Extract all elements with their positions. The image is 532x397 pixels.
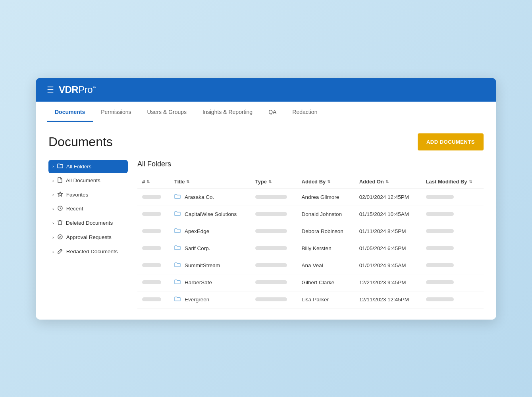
folder-icon <box>174 279 181 286</box>
sidebar-item-approval-label: Approval Requests <box>66 234 112 240</box>
cell-type <box>251 223 297 240</box>
tab-insights-reporting[interactable]: Insights & Reporting <box>195 102 260 122</box>
col-added-on[interactable]: Added On ⇅ <box>355 175 421 189</box>
nav-tabs: Documents Permissions Users & Groups Ins… <box>36 102 496 122</box>
col-type[interactable]: Type ⇅ <box>251 175 297 189</box>
col-num[interactable]: # ⇅ <box>137 175 170 189</box>
cell-added-on: 02/01/2024 12:45PM <box>355 189 421 206</box>
sidebar-item-recent-label: Recent <box>66 206 83 212</box>
tab-redaction[interactable]: Redaction <box>284 102 325 122</box>
sidebar: › All Folders › <box>48 160 128 308</box>
sidebar-item-all-documents[interactable]: › All Documents <box>48 174 128 187</box>
cell-added-by: Gilbert Clarke <box>297 274 355 291</box>
sidebar-item-all-folders[interactable]: › All Folders <box>48 160 128 173</box>
cell-added-on: 01/15/2024 10:45AM <box>355 206 421 223</box>
cell-added-by: Lisa Parker <box>297 291 355 308</box>
sort-icon: ⇅ <box>186 179 189 184</box>
table-row[interactable]: Evergreen Lisa Parker12/11/2023 12:45PM <box>137 291 484 308</box>
folder-name: ApexEdge <box>185 228 209 234</box>
edit-icon <box>57 248 63 255</box>
chevron-icon: › <box>52 221 54 225</box>
table-row[interactable]: SummitStream Ana Veal01/01/2024 9:45AM <box>137 257 484 274</box>
clock-icon <box>57 205 63 212</box>
cell-last-modified-by <box>421 291 484 308</box>
table-area: All Folders # ⇅ T <box>137 160 484 308</box>
tab-documents[interactable]: Documents <box>47 102 93 122</box>
tab-permissions[interactable]: Permissions <box>93 102 139 122</box>
col-last-modified-by[interactable]: Last Modified By ⇅ <box>421 175 484 189</box>
sidebar-item-approval[interactable]: › Approval Requests <box>48 231 128 244</box>
check-circle-icon <box>57 234 63 241</box>
cell-last-modified-by <box>421 257 484 274</box>
cell-last-modified-by <box>421 274 484 291</box>
main-content: Documents ADD DOCUMENTS › All Folders <box>36 122 496 320</box>
folder-name: Evergreen <box>185 297 209 303</box>
cell-added-on: 01/05/2024 6:45PM <box>355 240 421 257</box>
sidebar-item-redacted[interactable]: › Redacted Documents <box>48 245 128 258</box>
star-icon <box>57 191 63 198</box>
table-row[interactable]: Arasaka Co. Andrea Gilmore02/01/2024 12:… <box>137 189 484 206</box>
cell-title[interactable]: HarberSafe <box>170 274 251 291</box>
logo-light: Pro <box>78 84 93 95</box>
cell-title[interactable]: ApexEdge <box>170 223 251 240</box>
cell-title[interactable]: SummitStream <box>170 257 251 274</box>
table-row[interactable]: ApexEdge Debora Robinson01/11/2024 8:45P… <box>137 223 484 240</box>
tab-users-groups[interactable]: Users & Groups <box>139 102 195 122</box>
chevron-icon: › <box>52 206 54 211</box>
cell-num <box>137 189 170 206</box>
sort-icon: ⇅ <box>469 179 472 184</box>
table-row[interactable]: CapitalWise Solutions Donald Johnston01/… <box>137 206 484 223</box>
chevron-icon: › <box>52 178 54 183</box>
cell-title[interactable]: Sarif Corp. <box>170 240 251 257</box>
cell-type <box>251 274 297 291</box>
cell-title[interactable]: Evergreen <box>170 291 251 308</box>
app-container: ☰ VDRPro™ Documents Permissions Users & … <box>36 78 496 320</box>
sort-icon: ⇅ <box>268 179 272 184</box>
folder-name: HarberSafe <box>185 279 212 285</box>
cell-added-on: 01/11/2024 8:45PM <box>355 223 421 240</box>
cell-num <box>137 257 170 274</box>
chevron-icon: › <box>52 235 54 240</box>
cell-added-by: Andrea Gilmore <box>297 189 355 206</box>
cell-type <box>251 257 297 274</box>
table-row[interactable]: HarberSafe Gilbert Clarke12/21/2023 9:45… <box>137 274 484 291</box>
folder-icon <box>174 262 181 269</box>
cell-title[interactable]: Arasaka Co. <box>170 189 251 206</box>
cell-title[interactable]: CapitalWise Solutions <box>170 206 251 223</box>
chevron-icon: › <box>52 249 54 254</box>
logo-tm: ™ <box>93 86 96 90</box>
page-header: Documents ADD DOCUMENTS <box>48 133 484 150</box>
content-area: › All Folders › <box>48 160 484 308</box>
col-title[interactable]: Title ⇅ <box>170 175 251 189</box>
cell-num <box>137 223 170 240</box>
cell-num <box>137 291 170 308</box>
sidebar-item-all-folders-label: All Folders <box>66 164 92 170</box>
table-row[interactable]: Sarif Corp. Billy Kersten01/05/2024 6:45… <box>137 240 484 257</box>
col-added-by[interactable]: Added By ⇅ <box>297 175 355 189</box>
cell-last-modified-by <box>421 206 484 223</box>
folder-header: All Folders <box>137 160 484 168</box>
menu-icon[interactable]: ☰ <box>47 85 54 94</box>
sidebar-item-recent[interactable]: › Recent <box>48 202 128 216</box>
file-icon <box>57 177 63 184</box>
add-documents-button[interactable]: ADD DOCUMENTS <box>418 133 484 150</box>
folder-icon <box>174 194 181 201</box>
cell-added-by: Debora Robinson <box>297 223 355 240</box>
sidebar-item-deleted[interactable]: › Deleted Documents <box>48 216 128 230</box>
sidebar-item-deleted-label: Deleted Documents <box>66 220 113 226</box>
cell-num <box>137 274 170 291</box>
cell-added-on: 12/21/2023 9:45PM <box>355 274 421 291</box>
tab-qa[interactable]: QA <box>260 102 284 122</box>
cell-last-modified-by <box>421 240 484 257</box>
cell-last-modified-by <box>421 189 484 206</box>
svg-point-1 <box>58 235 62 239</box>
sidebar-item-favorites[interactable]: › Favorites <box>48 188 128 201</box>
folder-name: Arasaka Co. <box>185 194 214 200</box>
page-title: Documents <box>48 135 113 149</box>
cell-added-by: Billy Kersten <box>297 240 355 257</box>
folder-name: CapitalWise Solutions <box>185 211 237 217</box>
documents-table: # ⇅ Title ⇅ <box>137 175 484 308</box>
sidebar-item-all-documents-label: All Documents <box>66 177 100 183</box>
cell-num <box>137 240 170 257</box>
sidebar-item-redacted-label: Redacted Documents <box>66 249 118 254</box>
